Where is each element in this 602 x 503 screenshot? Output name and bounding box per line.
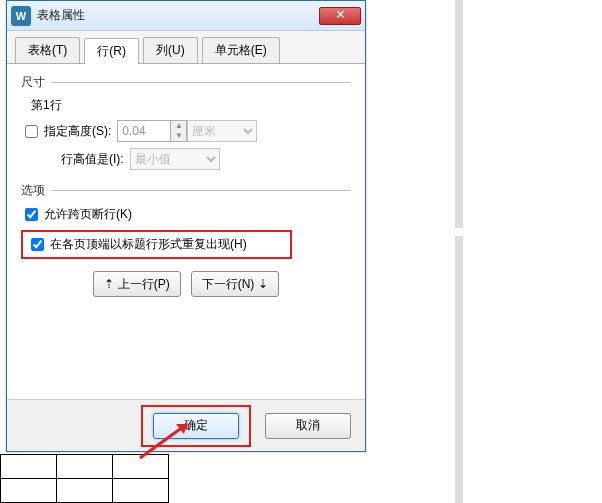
- ok-highlight: 确定: [141, 405, 251, 447]
- tab-column[interactable]: 列(U): [143, 37, 198, 63]
- tab-table[interactable]: 表格(T): [15, 37, 80, 63]
- specify-height-checkbox[interactable]: [25, 125, 38, 138]
- dialog-footer: 确定 取消: [7, 399, 365, 451]
- dialog-body: 尺寸 第1行 指定高度(S): ▲ ▼ 厘米 行高值是(I): 最小值 选项: [7, 64, 365, 307]
- tab-row[interactable]: 行(R): [84, 38, 139, 64]
- app-icon: W: [11, 6, 31, 26]
- cancel-button[interactable]: 取消: [265, 413, 351, 439]
- repeat-header-checkbox[interactable]: [31, 238, 44, 251]
- bg-divider: [455, 0, 463, 228]
- repeat-header-label: 在各页顶端以标题行形式重复出现(H): [50, 236, 247, 253]
- height-input: [117, 120, 171, 142]
- spin-down-icon: ▼: [171, 131, 186, 141]
- row-height-is-label: 行高值是(I):: [61, 151, 124, 168]
- close-button[interactable]: ✕: [319, 7, 361, 25]
- repeat-header-highlight: 在各页顶端以标题行形式重复出现(H): [21, 230, 292, 259]
- tab-cell[interactable]: 单元格(E): [202, 37, 280, 63]
- next-row-button[interactable]: 下一行(N) ⇣: [191, 271, 279, 297]
- size-legend: 尺寸: [21, 74, 351, 91]
- options-legend: 选项: [21, 182, 351, 199]
- tab-bar: 表格(T) 行(R) 列(U) 单元格(E): [7, 31, 365, 64]
- allow-break-checkbox[interactable]: [25, 208, 38, 221]
- row-height-is-select: 最小值: [130, 148, 220, 170]
- row-name: 第1行: [31, 97, 351, 114]
- prev-row-button[interactable]: ⇡ 上一行(P): [93, 271, 180, 297]
- spin-up-icon: ▲: [171, 121, 186, 131]
- allow-break-label: 允许跨页断行(K): [44, 206, 132, 223]
- dialog-title: 表格属性: [37, 7, 319, 24]
- height-spinner: ▲ ▼: [171, 120, 187, 142]
- specify-height-label: 指定高度(S):: [44, 123, 111, 140]
- table-properties-dialog: W 表格属性 ✕ 表格(T) 行(R) 列(U) 单元格(E) 尺寸 第1行 指…: [6, 0, 366, 452]
- background-table: [0, 454, 169, 503]
- ok-button[interactable]: 确定: [153, 413, 239, 439]
- titlebar: W 表格属性 ✕: [7, 1, 365, 31]
- bg-divider: [455, 236, 463, 503]
- height-unit-select: 厘米: [187, 120, 257, 142]
